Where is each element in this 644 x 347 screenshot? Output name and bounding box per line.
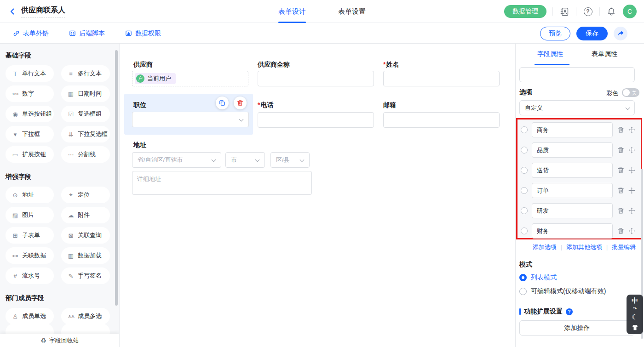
field-type-button[interactable]: ⋯ 分割线 — [61, 146, 110, 163]
theme-skin-icon[interactable] — [632, 324, 638, 331]
user-avatar[interactable]: C — [623, 5, 637, 18]
option-radio[interactable] — [521, 228, 528, 234]
option-radio[interactable] — [521, 147, 528, 154]
field-type-button[interactable]: ♙♙ 成员多选 — [61, 308, 110, 324]
field-type-button[interactable]: ◉ 单选按钮组 — [6, 106, 54, 122]
province-select[interactable]: 省/自治区/直辖市 — [132, 152, 221, 168]
phone-field-input[interactable] — [258, 112, 374, 128]
field-type-icon: ⊙ — [12, 192, 19, 199]
option-row — [521, 142, 641, 158]
tab-form-design[interactable]: 表单设计 — [278, 0, 306, 23]
field-type-button[interactable]: ⇊ 下拉复选框 — [61, 126, 110, 142]
delete-option-icon[interactable] — [617, 167, 624, 174]
field-type-button[interactable]: ♙ 成员单选 — [6, 308, 54, 324]
radio-unselected-icon — [519, 288, 527, 295]
field-type-button[interactable]: ⊶ 关联数据 — [6, 247, 54, 264]
batch-edit-link[interactable]: 批量编辑 — [612, 243, 636, 251]
option-text-input[interactable] — [532, 223, 613, 239]
delete-option-icon[interactable] — [617, 228, 624, 234]
move-option-icon[interactable] — [628, 207, 635, 214]
field-property-input[interactable] — [519, 67, 635, 82]
field-type-button[interactable]: ▨ 图片 — [6, 207, 54, 223]
dark-mode-icon[interactable]: ☾ — [632, 314, 638, 320]
field-type-button[interactable]: ⊞ 子表单 — [6, 227, 54, 244]
data-manage-button[interactable]: 数据管理 — [504, 5, 546, 18]
main-tabs: 表单设计 表单设置 — [278, 0, 366, 23]
data-permission-button[interactable]: 数据权限 — [125, 29, 161, 38]
form-toolbar: 表单外链 后端脚本 数据权限 预览 保存 — [0, 23, 644, 44]
district-select[interactable]: 区/县 — [270, 152, 310, 168]
field-type-button[interactable]: ☑ 复选框组 — [61, 106, 110, 122]
field-type-button[interactable]: ≡ 多行文本 — [61, 65, 110, 82]
field-type-button[interactable]: ▾ 下拉框 — [6, 126, 54, 142]
field-type-button[interactable]: ⌖ 定位 — [61, 187, 110, 203]
preview-button[interactable]: 预览 — [540, 27, 570, 40]
delete-option-icon[interactable] — [617, 126, 624, 133]
option-text-input[interactable] — [532, 142, 613, 158]
address-detail-textarea[interactable]: 详细地址 — [132, 171, 312, 195]
option-source-select[interactable]: 自定义 — [519, 100, 635, 115]
position-field-selected[interactable]: 职位 — [124, 94, 253, 135]
field-type-button[interactable]: # 流水号 — [6, 267, 54, 284]
save-button[interactable]: 保存 — [576, 27, 608, 40]
field-type-button[interactable]: ▦ 日期时间 — [61, 85, 110, 102]
tab-field-properties[interactable]: 字段属性 — [537, 50, 563, 58]
field-type-button[interactable]: ☁ 附件 — [61, 207, 110, 223]
contact-book-icon[interactable] — [559, 6, 570, 17]
notification-bell-icon[interactable] — [606, 6, 617, 17]
field-type-button[interactable]: ⊙ 地址 — [6, 187, 54, 203]
field-type-button[interactable]: ✎ 手写签名 — [61, 267, 110, 284]
field-type-icon: ⇊ — [67, 131, 75, 138]
city-select[interactable]: 市 — [225, 152, 265, 168]
trash-icon — [237, 100, 243, 106]
sidebar-scrollbar[interactable] — [115, 50, 118, 306]
option-text-input[interactable] — [532, 183, 613, 198]
back-button[interactable] — [8, 7, 17, 16]
add-action-button[interactable]: 添加操作 — [519, 320, 635, 336]
mode-list-radio[interactable]: 列表模式 — [519, 273, 557, 282]
copy-field-button[interactable] — [216, 97, 229, 109]
option-radio[interactable] — [521, 187, 528, 194]
language-switch-icon[interactable]: 中 — [632, 298, 638, 303]
move-option-icon[interactable] — [628, 147, 635, 154]
position-select[interactable] — [132, 112, 249, 127]
tab-form-properties[interactable]: 表单属性 — [592, 50, 617, 58]
add-option-link[interactable]: 添加选项 — [533, 243, 557, 251]
field-type-button[interactable]: ▭ 扩展按钮 — [6, 146, 54, 163]
name-field-input[interactable] — [383, 71, 500, 86]
option-text-input[interactable] — [532, 122, 613, 137]
field-type-button[interactable]: 123 数字 — [6, 85, 54, 102]
field-type-button[interactable]: ⊠ 关联查询 — [61, 227, 110, 244]
color-toggle-switch[interactable]: 关 — [622, 88, 639, 97]
option-radio[interactable] — [521, 126, 528, 133]
supplier-field-input[interactable]: 户 当前用户 — [132, 71, 248, 86]
move-option-icon[interactable] — [628, 228, 635, 234]
move-option-icon[interactable] — [628, 167, 635, 174]
mode-editable-radio[interactable]: 可编辑模式(仅移动端有效) — [519, 287, 606, 296]
tab-form-settings[interactable]: 表单设置 — [338, 0, 366, 23]
section-accent-bar — [519, 308, 521, 315]
delete-option-icon[interactable] — [617, 187, 624, 194]
field-recycle-bin-button[interactable]: ♻ 字段回收站 — [0, 334, 120, 347]
email-field-input[interactable] — [383, 112, 500, 128]
move-option-icon[interactable] — [628, 126, 635, 133]
move-option-icon[interactable] — [628, 187, 635, 194]
help-icon[interactable]: ? — [582, 6, 593, 17]
option-text-input[interactable] — [532, 163, 613, 178]
supplier-fullname-input[interactable] — [258, 71, 374, 86]
extension-help-icon[interactable]: ? — [566, 308, 573, 315]
add-other-option-link[interactable]: 添加其他选项 — [566, 243, 602, 251]
option-radio[interactable] — [521, 207, 528, 214]
field-type-button[interactable]: T 单行文本 — [6, 65, 54, 82]
field-type-button[interactable]: ▥ 数据加载 — [61, 247, 110, 264]
backend-script-button[interactable]: 后端脚本 — [69, 29, 105, 38]
delete-option-icon[interactable] — [617, 207, 624, 214]
language-switch-arrow-icon[interactable]: ↷ — [633, 307, 637, 311]
option-radio[interactable] — [521, 167, 528, 174]
delete-option-icon[interactable] — [617, 147, 624, 154]
delete-field-button[interactable] — [234, 97, 247, 109]
form-title[interactable]: 供应商联系人 — [21, 6, 65, 17]
share-button[interactable] — [614, 27, 627, 40]
option-text-input[interactable] — [532, 203, 613, 218]
external-link-button[interactable]: 表单外链 — [13, 29, 49, 38]
